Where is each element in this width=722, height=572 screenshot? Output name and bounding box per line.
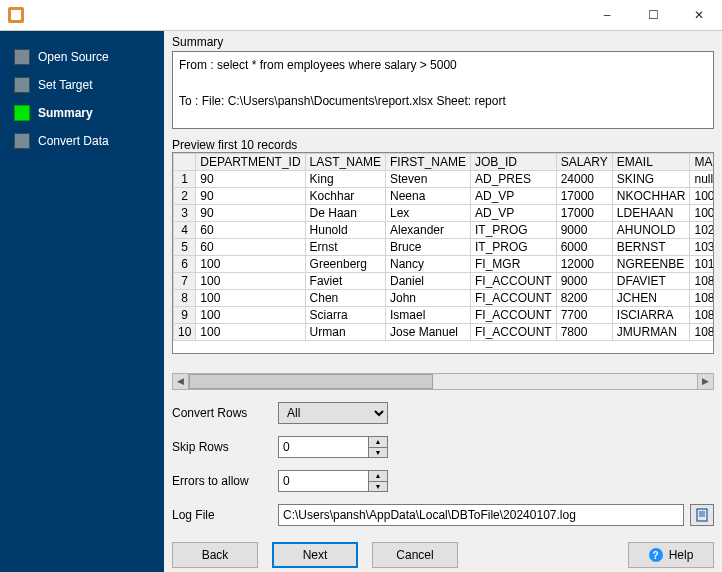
cell: NGREENBE — [612, 256, 690, 273]
cell: 100 — [690, 205, 714, 222]
spinner-up-icon[interactable]: ▲ — [368, 436, 388, 447]
help-button[interactable]: ? Help — [628, 542, 714, 568]
document-icon — [695, 508, 709, 522]
cell: Greenberg — [305, 256, 385, 273]
cell: Sciarra — [305, 307, 385, 324]
table-row[interactable]: 560ErnstBruceIT_PROG6000BERNST103 — [174, 239, 715, 256]
table-row[interactable]: 290KochharNeenaAD_VP17000NKOCHHAR100 — [174, 188, 715, 205]
spinner-up-icon[interactable]: ▲ — [368, 470, 388, 481]
cell: FI_ACCOUNT — [470, 307, 556, 324]
cell: 7700 — [556, 307, 612, 324]
next-button[interactable]: Next — [272, 542, 358, 568]
errors-label: Errors to allow — [172, 474, 278, 488]
log-file-input[interactable] — [278, 504, 684, 526]
row-number: 1 — [174, 171, 196, 188]
cell: FI_ACCOUNT — [470, 290, 556, 307]
cell: Steven — [385, 171, 470, 188]
horizontal-scrollbar[interactable]: ◀ ▶ — [172, 372, 714, 390]
step-box-icon — [14, 49, 30, 65]
scroll-left-icon[interactable]: ◀ — [172, 373, 189, 390]
cell: John — [385, 290, 470, 307]
cell: 60 — [196, 222, 305, 239]
cell: Chen — [305, 290, 385, 307]
convert-rows-select[interactable]: All — [278, 402, 388, 424]
sidebar-item-summary[interactable]: Summary — [0, 99, 164, 127]
sidebar-item-label: Set Target — [38, 78, 92, 92]
sidebar-item-set-target[interactable]: Set Target — [0, 71, 164, 99]
cell: FI_ACCOUNT — [470, 273, 556, 290]
scroll-track[interactable] — [189, 373, 697, 390]
skip-rows-input[interactable] — [278, 436, 368, 458]
column-header[interactable]: LAST_NAME — [305, 154, 385, 171]
table-row[interactable]: 460HunoldAlexanderIT_PROG9000AHUNOLD102 — [174, 222, 715, 239]
cell: ISCIARRA — [612, 307, 690, 324]
cell: 6000 — [556, 239, 612, 256]
svg-rect-0 — [697, 509, 707, 521]
sidebar-item-label: Convert Data — [38, 134, 109, 148]
row-number: 9 — [174, 307, 196, 324]
table-row[interactable]: 8100ChenJohnFI_ACCOUNT8200JCHEN108 — [174, 290, 715, 307]
cell: Lex — [385, 205, 470, 222]
spinner-down-icon[interactable]: ▼ — [368, 447, 388, 459]
cell: 102 — [690, 222, 714, 239]
column-header[interactable]: SALARY — [556, 154, 612, 171]
summary-text[interactable]: From : select * from employees where sal… — [172, 51, 714, 129]
cell: null — [690, 171, 714, 188]
row-number: 2 — [174, 188, 196, 205]
cell: De Haan — [305, 205, 385, 222]
cell: Faviet — [305, 273, 385, 290]
close-button[interactable]: ✕ — [676, 0, 722, 31]
scroll-thumb[interactable] — [189, 374, 433, 389]
cell: 103 — [690, 239, 714, 256]
cell: AD_VP — [470, 205, 556, 222]
back-button[interactable]: Back — [172, 542, 258, 568]
table-row[interactable]: 190KingStevenAD_PRES24000SKINGnull — [174, 171, 715, 188]
maximize-button[interactable]: ☐ — [630, 0, 676, 31]
sidebar-item-label: Open Source — [38, 50, 109, 64]
minimize-button[interactable]: – — [584, 0, 630, 31]
column-header[interactable]: DEPARTMENT_ID — [196, 154, 305, 171]
cell: 108 — [690, 307, 714, 324]
cell: 90 — [196, 205, 305, 222]
skip-rows-spinner[interactable]: ▲▼ — [278, 436, 388, 458]
cell: Ismael — [385, 307, 470, 324]
cell: Urman — [305, 324, 385, 341]
table-row[interactable]: 7100FavietDanielFI_ACCOUNT9000DFAVIET108 — [174, 273, 715, 290]
cell: FI_ACCOUNT — [470, 324, 556, 341]
row-number: 6 — [174, 256, 196, 273]
spinner-down-icon[interactable]: ▼ — [368, 481, 388, 493]
cell: SKING — [612, 171, 690, 188]
preview-table[interactable]: DEPARTMENT_IDLAST_NAMEFIRST_NAMEJOB_IDSA… — [173, 153, 714, 341]
errors-spinner[interactable]: ▲▼ — [278, 470, 388, 492]
errors-input[interactable] — [278, 470, 368, 492]
column-header[interactable]: JOB_ID — [470, 154, 556, 171]
table-row[interactable]: 10100UrmanJose ManuelFI_ACCOUNT7800JMURM… — [174, 324, 715, 341]
cell: Jose Manuel — [385, 324, 470, 341]
sidebar-item-open-source[interactable]: Open Source — [0, 43, 164, 71]
cell: Hunold — [305, 222, 385, 239]
cell: Nancy — [385, 256, 470, 273]
sidebar-item-convert-data[interactable]: Convert Data — [0, 127, 164, 155]
cell: Ernst — [305, 239, 385, 256]
cell: 8200 — [556, 290, 612, 307]
cancel-button[interactable]: Cancel — [372, 542, 458, 568]
scroll-right-icon[interactable]: ▶ — [697, 373, 714, 390]
cell: 108 — [690, 290, 714, 307]
wizard-sidebar: Open Source Set Target Summary Convert D… — [0, 31, 164, 572]
log-browse-button[interactable] — [690, 504, 714, 526]
preview-label: Preview first 10 records — [172, 138, 714, 152]
cell: AD_VP — [470, 188, 556, 205]
table-row[interactable]: 6100GreenbergNancyFI_MGR12000NGREENBE101 — [174, 256, 715, 273]
sidebar-item-label: Summary — [38, 106, 93, 120]
cell: 9000 — [556, 222, 612, 239]
cell: Kochhar — [305, 188, 385, 205]
table-row[interactable]: 9100SciarraIsmaelFI_ACCOUNT7700ISCIARRA1… — [174, 307, 715, 324]
cell: King — [305, 171, 385, 188]
column-header[interactable]: MANAG — [690, 154, 714, 171]
step-box-icon — [14, 77, 30, 93]
column-header[interactable]: FIRST_NAME — [385, 154, 470, 171]
cell: DFAVIET — [612, 273, 690, 290]
summary-label: Summary — [172, 35, 714, 49]
table-row[interactable]: 390De HaanLexAD_VP17000LDEHAAN100 — [174, 205, 715, 222]
column-header[interactable]: EMAIL — [612, 154, 690, 171]
